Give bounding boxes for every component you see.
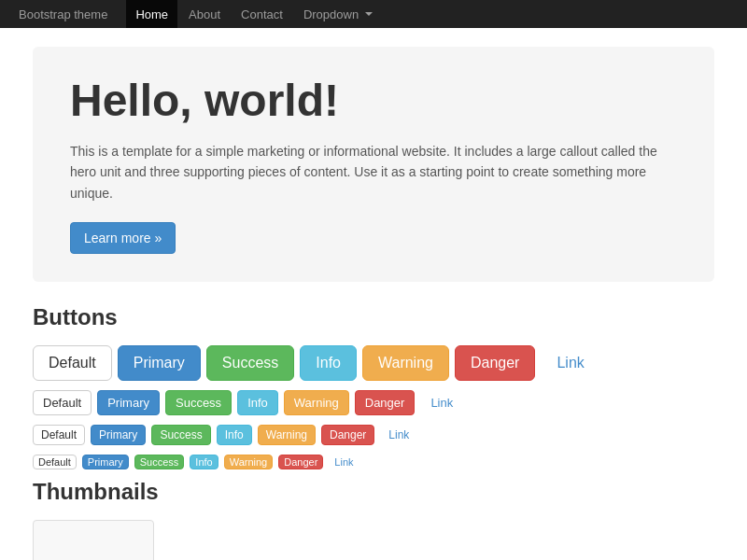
btn-default-sm[interactable]: Default [33, 425, 85, 445]
btn-warning-lg[interactable]: Warning [362, 345, 449, 381]
btn-success-lg[interactable]: Success [206, 345, 294, 381]
main-content: Hello, world! This is a template for a s… [19, 28, 728, 560]
btn-warning-sm[interactable]: Warning [258, 425, 316, 445]
btn-primary-md[interactable]: Primary [97, 390, 160, 415]
btn-default-xs[interactable]: Default [33, 455, 77, 469]
btn-danger-xs[interactable]: Danger [278, 455, 323, 469]
navbar: Bootstrap theme Home About Contact Dropd… [0, 0, 747, 28]
btn-link-sm[interactable]: Link [380, 425, 417, 445]
btn-info-md[interactable]: Info [237, 390, 278, 415]
thumbnails-section-title: Thumbnails [33, 479, 714, 505]
buttons-section: Buttons Default Primary Success Info War… [33, 304, 714, 469]
btn-primary-xs[interactable]: Primary [82, 455, 129, 469]
btn-success-md[interactable]: Success [165, 390, 232, 415]
btn-default-lg[interactable]: Default [33, 345, 112, 381]
hero-body: This is a template for a simple marketin… [70, 141, 677, 203]
button-row-large: Default Primary Success Info Warning Dan… [33, 345, 714, 381]
btn-link-xs[interactable]: Link [329, 455, 359, 469]
btn-success-sm[interactable]: Success [151, 425, 210, 445]
btn-default-md[interactable]: Default [33, 390, 92, 415]
btn-danger-sm[interactable]: Danger [321, 425, 374, 445]
btn-link-md[interactable]: Link [420, 390, 463, 415]
hero-heading: Hello, world! [70, 75, 677, 126]
btn-primary-lg[interactable]: Primary [118, 345, 201, 381]
btn-warning-xs[interactable]: Warning [224, 455, 274, 469]
btn-info-sm[interactable]: Info [217, 425, 252, 445]
jumbotron: Hello, world! This is a template for a s… [33, 47, 714, 282]
btn-danger-lg[interactable]: Danger [455, 345, 535, 381]
button-row-small: Default Primary Success Info Warning Dan… [33, 425, 714, 445]
nav-item-contact[interactable]: Contact [232, 0, 292, 28]
btn-danger-md[interactable]: Danger [355, 390, 416, 415]
btn-primary-sm[interactable]: Primary [91, 425, 146, 445]
thumbnails-section: Thumbnails 200x200 [33, 479, 714, 560]
thumbnail: 200x200 [33, 520, 154, 560]
nav-item-about[interactable]: About [179, 0, 230, 28]
caret-icon [365, 12, 373, 16]
button-row-medium: Default Primary Success Info Warning Dan… [33, 390, 714, 415]
btn-info-xs[interactable]: Info [190, 455, 218, 469]
button-row-xsmall: Default Primary Success Info Warning Dan… [33, 455, 714, 469]
buttons-section-title: Buttons [33, 304, 714, 330]
btn-warning-md[interactable]: Warning [284, 390, 349, 415]
nav-item-dropdown[interactable]: Dropdown [294, 0, 382, 28]
nav-item-home[interactable]: Home [126, 0, 177, 28]
navbar-brand[interactable]: Bootstrap theme [19, 7, 107, 21]
btn-link-lg[interactable]: Link [541, 345, 599, 381]
learn-more-button[interactable]: Learn more » [70, 222, 176, 254]
btn-info-lg[interactable]: Info [300, 345, 357, 381]
btn-success-xs[interactable]: Success [134, 455, 185, 469]
navbar-nav: Home About Contact Dropdown [126, 0, 382, 28]
